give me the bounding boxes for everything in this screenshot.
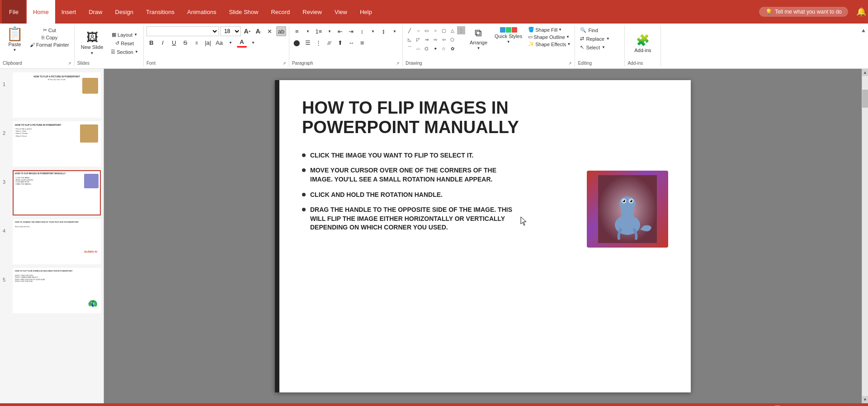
slide-thumb-1[interactable]: 1 HOW TO FLIP A PICTURE IN POWERPOINT A … (3, 72, 101, 118)
shape-triangle-btn[interactable]: △ (448, 26, 457, 34)
format-painter-button[interactable]: 🖌 Format Painter (28, 41, 71, 48)
shape-arrow-btn[interactable]: → (414, 26, 422, 34)
shape-s5-btn[interactable]: ☆ (440, 44, 448, 53)
scroll-thumb[interactable] (862, 90, 868, 108)
shape-fill-button[interactable]: 🪣 Shape Fill ▼ (527, 26, 572, 33)
reset-button[interactable]: ↺ Reset (108, 39, 141, 47)
line-spacing-button[interactable]: ↕ (357, 26, 367, 36)
slide-thumbnail-5[interactable]: HOW TO FLIP YOUR SYMBOL/ICONS DIRECTION … (13, 268, 101, 313)
smartart-button[interactable]: ⊞ (357, 38, 367, 48)
tab-slideshow[interactable]: Slide Show (222, 0, 264, 24)
slide-thumbnail-4[interactable]: HOW TO CHANGE THE DIRECTION OF YOUR TEXT… (13, 219, 101, 264)
shape-arrow2-btn[interactable]: ⇒ (423, 35, 431, 43)
bullets-chevron[interactable]: ▼ (303, 26, 313, 36)
columns-button[interactable]: ⫿ (379, 26, 389, 36)
find-button[interactable]: 🔍 Find (578, 26, 600, 34)
tab-help[interactable]: Help (354, 0, 378, 24)
layout-button[interactable]: ▦ Layout ▼ (108, 31, 141, 38)
font-case-chevron[interactable]: ▼ (226, 38, 236, 48)
select-button[interactable]: ↖ Select ▼ (578, 43, 608, 51)
quick-styles-button[interactable]: Quick Styles ▼ (492, 26, 525, 45)
italic-button[interactable]: I (158, 38, 168, 48)
shape-s4-btn[interactable]: ✦ (431, 44, 439, 53)
shape-s3-btn[interactable]: ⌬ (423, 44, 431, 53)
collapse-ribbon-button[interactable]: ▲ (861, 27, 866, 33)
font-case-button[interactable]: Aa (214, 38, 224, 48)
shape-rect-btn[interactable]: ▭ (423, 26, 431, 34)
shape-outline-button[interactable]: ▭ Shape Outline ▼ (527, 33, 572, 40)
shapes-dropdown[interactable]: ⋮ (457, 26, 465, 34)
font-size-selector[interactable]: 18 (220, 26, 241, 36)
shape-rounded-btn[interactable]: ▢ (440, 26, 448, 34)
numbering-chevron[interactable]: ▼ (325, 26, 335, 36)
tab-record[interactable]: Record (264, 0, 296, 24)
numbering-button[interactable]: 1≡ (314, 26, 324, 36)
slide-thumb-5[interactable]: 5 HOW TO FLIP YOUR SYMBOL/ICONS DIRECTIO… (3, 268, 101, 313)
slide-thumb-2[interactable]: 2 HOW TO FLIP A PICTURE IN POWERPOINT • … (3, 121, 101, 167)
vertical-scrollbar[interactable]: ▲ ▼ (862, 69, 868, 403)
notification-icon[interactable]: 🔔 (856, 7, 866, 17)
columns-chevron[interactable]: ▼ (390, 26, 400, 36)
tab-view[interactable]: View (328, 0, 354, 24)
cut-button[interactable]: ✂ Cut (28, 26, 71, 34)
paste-button[interactable]: 📋 Paste ▼ (3, 26, 27, 53)
slide-thumbnail-1[interactable]: HOW TO FLIP A PICTURE IN POWERPOINT A St… (13, 72, 101, 118)
scroll-down-button[interactable]: ▼ (862, 396, 868, 403)
tab-home[interactable]: Home (27, 0, 55, 24)
line-spacing-chevron[interactable]: ▼ (368, 26, 378, 36)
shape-circle-btn[interactable]: ○ (431, 26, 439, 34)
arrange-button[interactable]: ⧉ Arrange ▼ (467, 26, 490, 51)
align-center-button[interactable]: ☰ (303, 38, 313, 48)
shape-pentagon-btn[interactable]: ⬠ (448, 35, 457, 43)
tab-file[interactable]: File (2, 0, 26, 24)
scroll-up-button[interactable]: ▲ (862, 69, 868, 76)
tell-me-input[interactable]: 💡 Tell me what you want to do (759, 7, 848, 17)
font-expand-icon[interactable]: ↗ (283, 61, 286, 66)
shape-line-btn[interactable]: ╱ (406, 26, 414, 34)
increase-indent-button[interactable]: ⇥ (346, 26, 356, 36)
drawing-expand-icon[interactable]: ↗ (568, 61, 572, 66)
underline-button[interactable]: U (169, 38, 179, 48)
shape-arrow3-btn[interactable]: ⇨ (431, 35, 439, 43)
align-text-button[interactable]: ↔ (346, 38, 356, 48)
increase-font-size-button[interactable]: A+ (242, 26, 252, 36)
highlight-button[interactable]: ab (276, 26, 286, 36)
paragraph-expand-icon[interactable]: ↗ (396, 61, 400, 66)
slide-thumb-3[interactable]: 3 HOW TO FLIP IMAGES IN POWERPOINT MANUA… (3, 170, 101, 215)
tab-animations[interactable]: Animations (181, 0, 222, 24)
text-direction-button[interactable]: ⬆ (335, 38, 345, 48)
align-right-button[interactable]: ⋮ (314, 38, 324, 48)
tab-draw[interactable]: Draw (82, 0, 108, 24)
tab-insert[interactable]: Insert (55, 0, 83, 24)
section-button[interactable]: ☰ Section ▼ (108, 48, 141, 56)
bullets-button[interactable]: ≡ (292, 26, 302, 36)
tab-review[interactable]: Review (296, 0, 328, 24)
shape-s1-btn[interactable]: ⌒ (406, 44, 414, 53)
justify-button[interactable]: ⫻ (325, 38, 335, 48)
shape-effects-button[interactable]: ✨ Shape Effects ▼ (527, 41, 572, 48)
shadow-button[interactable]: s (192, 38, 202, 48)
shape-arrow4-btn[interactable]: ⇦ (440, 35, 448, 43)
decrease-indent-button[interactable]: ⇤ (335, 26, 345, 36)
slide-canvas[interactable]: HOW TO FLIP IMAGES INPOWERPOINT MANUALLY… (275, 80, 691, 392)
clear-formatting-button[interactable]: ✕ (265, 26, 275, 36)
slide-thumb-4[interactable]: 4 HOW TO CHANGE THE DIRECTION OF YOUR TE… (3, 219, 101, 264)
tab-design[interactable]: Design (109, 0, 140, 24)
shape-t1-btn[interactable]: ◺ (406, 35, 414, 43)
text-color-button[interactable]: A (237, 38, 247, 48)
strikethrough-button[interactable]: S (180, 38, 190, 48)
char-spacing-button[interactable]: |a| (203, 38, 213, 48)
slide-thumbnail-3[interactable]: HOW TO FLIP IMAGES IN POWERPOINT MANUALL… (13, 170, 101, 215)
bold-button[interactable]: B (146, 38, 156, 48)
new-slide-button[interactable]: 🖼 New Slide ▼ (77, 29, 107, 57)
add-ins-button[interactable]: 🧩 Add-ins (630, 32, 656, 55)
text-color-chevron[interactable]: ▼ (248, 38, 258, 48)
align-left-button[interactable]: ⬤ (292, 38, 302, 48)
copy-button[interactable]: ⎘ Copy (28, 34, 71, 41)
shape-s2-btn[interactable]: ⌓ (414, 44, 422, 53)
font-name-selector[interactable] (146, 26, 219, 36)
shape-t2-btn[interactable]: ◸ (414, 35, 422, 43)
clipboard-expand-icon[interactable]: ↗ (68, 61, 71, 66)
tab-transitions[interactable]: Transitions (140, 0, 181, 24)
shape-s6-btn[interactable]: ✿ (448, 44, 457, 53)
